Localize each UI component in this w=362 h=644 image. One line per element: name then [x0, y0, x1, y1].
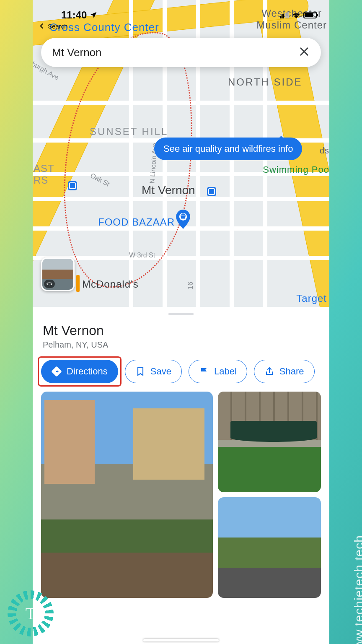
directions-label: Directions — [67, 366, 108, 377]
time-text: 11:40 — [61, 9, 87, 21]
map-area-label: AST — [34, 163, 54, 174]
rotate-icon — [44, 280, 55, 288]
label-label: Label — [214, 366, 237, 377]
share-button[interactable]: Share — [254, 360, 315, 383]
map-canvas[interactable]: Cross County Center Westchester Muslim C… — [33, 0, 329, 307]
svg-point-1 — [47, 283, 52, 285]
share-icon — [264, 366, 274, 377]
map-poi-label[interactable]: FOOD BAZAAR — [98, 216, 175, 228]
place-title: Mt Vernon — [33, 323, 329, 338]
place-sheet[interactable]: Mt Vernon Pelham, NY, USA Directions Sav… — [33, 307, 329, 644]
street-label: 16 — [187, 282, 194, 289]
search-bar[interactable]: Mt Vernon — [41, 38, 321, 67]
label-button[interactable]: Label — [189, 360, 247, 383]
place-photo[interactable] — [41, 392, 213, 598]
clear-search-button[interactable] — [298, 46, 310, 59]
home-indicator[interactable] — [143, 639, 219, 641]
location-arrow-icon — [89, 11, 98, 19]
directions-icon — [52, 366, 62, 377]
site-badge: T — [8, 590, 54, 636]
status-bar: 11:40 — [33, 7, 329, 23]
wifi-icon — [292, 11, 301, 19]
save-button[interactable]: Save — [125, 360, 182, 383]
map-area-label: RS — [34, 174, 48, 186]
bookmark-icon — [135, 366, 145, 377]
shopping-pin-icon[interactable] — [175, 210, 191, 229]
map-poi-label[interactable]: Swimming Poo — [263, 164, 329, 175]
flag-icon — [199, 366, 209, 377]
map-area-label: NORTH SIDE — [228, 76, 303, 88]
badge-letter: T — [19, 602, 42, 625]
cell-signal-icon — [280, 12, 289, 18]
watermark-text: www.techietech.tech — [352, 535, 362, 644]
map-area-label: SUNSET HILL — [90, 126, 168, 138]
transit-icon[interactable] — [207, 187, 216, 196]
map-poi-label[interactable]: McDonald's — [82, 278, 139, 290]
place-photo[interactable] — [218, 392, 321, 492]
map-poi-label[interactable]: Target — [296, 293, 327, 304]
sheet-grabber[interactable] — [168, 313, 194, 315]
transit-icon[interactable] — [68, 181, 77, 190]
back-label: Search — [48, 23, 68, 30]
share-label: Share — [279, 366, 304, 377]
phone-frame: Cross County Center Westchester Muslim C… — [33, 0, 329, 644]
search-query[interactable]: Mt Vernon — [52, 46, 298, 59]
action-row: Directions Save Label Share — [33, 350, 329, 392]
back-arrow-icon — [38, 22, 46, 30]
map-center-label[interactable]: Mt Vernon — [142, 184, 195, 197]
back-to-search[interactable]: Search — [38, 22, 68, 30]
status-time: 11:40 — [61, 9, 98, 21]
air-quality-tooltip[interactable]: See air quality and wildfires info — [154, 138, 302, 160]
photo-grid — [33, 392, 329, 598]
place-subtitle: Pelham, NY, USA — [33, 338, 329, 350]
streetview-indicator — [76, 275, 80, 292]
street-label: W 3rd St — [129, 252, 155, 259]
battery-icon — [303, 12, 317, 18]
save-label: Save — [150, 366, 171, 377]
place-photo[interactable] — [218, 497, 321, 598]
map-text: ds — [320, 146, 329, 156]
streetview-thumbnail[interactable] — [41, 257, 75, 291]
directions-button[interactable]: Directions — [41, 360, 118, 383]
